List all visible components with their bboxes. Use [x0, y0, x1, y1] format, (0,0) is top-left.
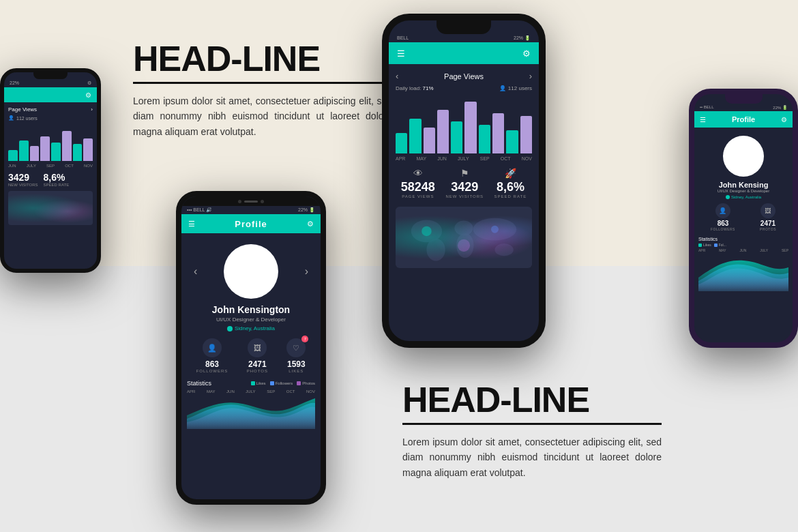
svg-point-1: [411, 220, 442, 243]
phone2-status-right: 22% 🔋: [298, 207, 315, 213]
phone1-speed-rate: 8,6% SPEED RATE: [44, 172, 70, 187]
phone4-status-right: 22% 🔋: [773, 105, 787, 110]
phone2-profile-role: UI/UX Designer & Developer: [187, 316, 315, 323]
svg-point-3: [454, 220, 473, 235]
ph3-page-nav: ‹ Page Views ›: [396, 71, 532, 81]
ph4-leg-likes: Likes: [698, 243, 711, 247]
ph3-page-views-stat: 👁 58248 PAGE VIEWS: [401, 168, 435, 198]
ph4-leg-likes-dot: [698, 243, 702, 247]
svg-point-4: [456, 233, 473, 258]
phone3-notch: [437, 20, 491, 34]
phone1-content: Page Views › 👤 112 users JUN JULY SEP OC…: [4, 102, 97, 229]
bar: [520, 116, 532, 153]
eye-icon: 👁: [401, 168, 435, 179]
ph4-leg-followers-dot: [714, 243, 718, 247]
phone2-next-arrow[interactable]: ›: [305, 265, 308, 278]
phone1: 22% ⚙ ⚙ Page Views › 👤 112 users JUN JUL…: [0, 68, 101, 273]
ph3-next-arrow[interactable]: ›: [529, 71, 532, 81]
phone2-stats-section: Statistics Likes Followers Photos: [187, 380, 315, 429]
phone2-followers-val: 863: [196, 359, 228, 369]
phone4-name: John Kensing: [698, 181, 788, 189]
ph3-new-visitors-stat: ⚑ 3429 NEW VISITORS: [445, 168, 484, 198]
flag-icon: ⚑: [445, 168, 484, 179]
bar: [464, 102, 476, 154]
headline-bottom-title: HEAD-LINE: [402, 382, 662, 417]
phone3-big-stats: 👁 58248 PAGE VIEWS ⚑ 3429 NEW VISITORS 🚀…: [396, 168, 532, 198]
phone2-camera-dot: [238, 200, 241, 203]
ph3-daily-val: 71%: [423, 85, 434, 91]
bar: [506, 130, 518, 153]
phone4-chart-section: Statistics Likes Fol... APR MAY JUN JULY…: [698, 237, 788, 291]
ph4-photos-icon: 🖼: [760, 203, 775, 218]
phone2-likes-stat: ♡ 7 1593 LIKES: [286, 338, 306, 373]
bar: [409, 119, 421, 153]
bar: [492, 113, 504, 154]
ph3-daily-load: Daily load: 71%: [396, 85, 434, 91]
phone3-month-labels: APR MAY JUN JULY SEP OCT NOV: [396, 156, 532, 161]
phone1-notch: [33, 72, 68, 79]
phone3-status-right: 22% 🔋: [514, 35, 531, 41]
bar: [83, 138, 93, 161]
phone2-header-title: Profile: [235, 219, 267, 229]
phone4-menu-icon: ☰: [700, 116, 706, 123]
phone2-profile-stats: 👤 863 FOLLOWERS 🖼 2471 PHOTOS ♡ 7 1593 L…: [187, 338, 315, 373]
phone2-likes-val: 1593: [286, 359, 306, 369]
headline-bottom-body: Lorem ipsum dolor sit amet, consectetuer…: [402, 434, 662, 480]
ph4-photos-val: 2471: [760, 220, 776, 227]
bar: [62, 131, 72, 161]
ph3-page-views-label: Page Views: [444, 72, 484, 80]
phone2-prev-arrow[interactable]: ‹: [194, 265, 197, 278]
ph3-sr-val: 8,6%: [494, 180, 527, 194]
ph3-pv-lbl: PAGE VIEWS: [401, 194, 435, 198]
legend-photos: Photos: [297, 381, 315, 385]
legend-likes-dot: [251, 381, 255, 385]
headline-top-body: Lorem ipsum dolor sit amet, consectetuer…: [133, 93, 392, 139]
phone1-new-visitors: 3429 NEW VISITORS: [8, 172, 38, 187]
phone4-avatar: [723, 136, 764, 177]
ph3-prev-arrow[interactable]: ‹: [396, 71, 398, 81]
ph3-users-count: 112 users: [508, 85, 532, 91]
phone2-month-row: APR MAY JUN JULY SEP OCT NOV: [187, 389, 315, 394]
bar: [8, 150, 18, 162]
phone3-status-left: BELL: [397, 35, 409, 41]
phone2-stats-header: Statistics Likes Followers Photos: [187, 380, 315, 387]
headline-bottom-section: HEAD-LINE Lorem ipsum dolor sit amet, co…: [402, 382, 662, 480]
phone1-sr-val: 8,6%: [44, 172, 70, 183]
phone2: ••• BELL 🔊 22% 🔋 ☰ Profile ⚙ ‹ › John Ke…: [176, 191, 326, 505]
phone2-avatar-wrap: ‹ ›: [187, 244, 315, 299]
phone1-month-labels: JUN JULY SEP OCT NOV: [8, 164, 93, 168]
phone2-photos-lbl: PHOTOS: [247, 369, 268, 373]
phone4-months: APR MAY JUN JULY SEP: [698, 248, 788, 252]
phone1-chevron-right: ›: [91, 106, 93, 113]
phone2-photos-val: 2471: [247, 359, 268, 369]
bar: [30, 146, 40, 161]
bar: [396, 133, 407, 153]
phone1-page-views-row: Page Views ›: [8, 106, 93, 113]
phone2-followers-stat: 👤 863 FOLLOWERS: [196, 338, 228, 373]
bar: [437, 110, 449, 153]
phone2-location-text: Sidney, Australia: [235, 325, 275, 331]
ph4-followers: 👤 863 FOLLOWERS: [711, 203, 735, 231]
phone2-wave-chart: [187, 395, 315, 429]
phone4-stats-label: Statistics: [698, 237, 718, 241]
svg-point-8: [458, 239, 470, 252]
phone1-users-row: 👤 112 users: [8, 115, 93, 121]
phone3-status: BELL 22% 🔋: [389, 34, 539, 42]
ph3-daily-row: Daily load: 71% 👤 112 users: [396, 85, 532, 91]
phone2-stats-label: Statistics: [187, 380, 211, 387]
headline-top-section: HEAD-LINE Lorem ipsum dolor sit amet, co…: [133, 41, 392, 139]
rocket-icon: 🚀: [494, 168, 527, 179]
phone2-avatar: [224, 244, 278, 299]
phone1-status: 22% ⚙: [4, 79, 97, 87]
phone3-menu-icon: ☰: [397, 48, 405, 59]
phone1-world-map: [8, 191, 93, 225]
phone1-page-views-label: Page Views: [8, 106, 37, 113]
ph3-pv-val: 58248: [401, 180, 435, 194]
phone4: •• BELL 22% 🔋 ☰ Profile ⚙ ‹ John Kensing…: [689, 89, 798, 348]
bar: [424, 128, 435, 153]
phone2-legend: Likes Followers Photos: [251, 381, 315, 385]
phone2-status-left: ••• BELL 🔊: [187, 207, 212, 213]
ph4-photos: 🖼 2471 PHOTOS: [760, 203, 776, 231]
ph3-users: 👤 112 users: [499, 85, 532, 91]
headline-bottom-divider: [402, 423, 662, 425]
